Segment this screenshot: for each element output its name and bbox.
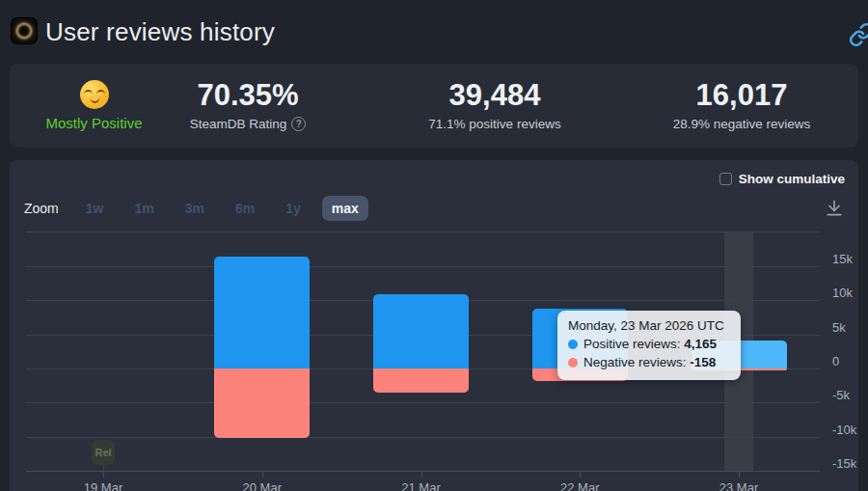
y-axis-label: 0: [832, 354, 839, 368]
page-title: User reviews history: [45, 17, 275, 47]
positive-reviews-stat: 39,484 71.1% positive reviews: [408, 64, 582, 148]
y-axis-label: 10k: [832, 286, 853, 300]
y-axis-label: 15k: [832, 252, 853, 266]
x-axis-line: [26, 471, 820, 472]
bar-positive-reviews[interactable]: [373, 294, 469, 368]
permalink-icon[interactable]: [849, 22, 868, 47]
reviews-chart-panel: Show cumulative Zoom 1w1m3m6m1ymax 15k10…: [10, 160, 858, 491]
x-axis-label: 22 Mar: [546, 480, 613, 491]
x-axis-tick: [262, 472, 263, 477]
steamdb-rating-value: 70.35%: [197, 80, 298, 112]
negative-reviews-stat: 16,017 28.9% negative reviews: [655, 64, 828, 148]
grid-line: [26, 402, 820, 403]
negative-percent-label: 28.9% negative reviews: [673, 117, 811, 131]
steamdb-rating-label: SteamDB Rating: [190, 117, 287, 131]
x-axis-label: 19 Mar: [69, 480, 137, 491]
series-dot-icon: [568, 358, 578, 368]
grid-line: [26, 266, 820, 267]
series-dot-icon: [568, 340, 578, 349]
x-axis-tick: [421, 472, 422, 477]
negative-count: 16,017: [696, 80, 788, 112]
x-axis-label: 23 Mar: [705, 480, 773, 491]
game-logo-icon[interactable]: [11, 17, 38, 44]
steamdb-rating-stat: 70.35% SteamDB Rating ?: [161, 64, 335, 148]
relieved-face-emoji: [80, 80, 109, 109]
release-marker-stem: [103, 465, 104, 471]
bar-negative-reviews[interactable]: [214, 368, 310, 438]
tooltip-row: Positive reviews: 4,165: [568, 336, 730, 354]
y-axis-label: -10k: [832, 423, 856, 437]
x-axis-tick: [103, 472, 104, 477]
y-axis-label: 5k: [832, 320, 846, 335]
positive-count: 39,484: [449, 80, 541, 112]
y-axis-label: -5k: [832, 388, 850, 402]
y-axis-label: -15k: [832, 456, 856, 471]
grid-line: [26, 437, 820, 438]
bar-negative-reviews[interactable]: [373, 368, 469, 393]
release-marker-badge[interactable]: Rel: [92, 440, 115, 465]
tooltip-date: Monday, 23 Mar 2026 UTC: [568, 317, 730, 336]
bar-positive-reviews[interactable]: [214, 257, 310, 368]
x-axis-label: 20 Mar: [229, 480, 296, 491]
rating-label: Mostly Positive: [45, 115, 142, 131]
help-icon[interactable]: ?: [291, 117, 306, 131]
rating-summary: Mostly Positive: [34, 64, 154, 148]
x-axis-tick: [580, 472, 581, 477]
review-summary-panel: Mostly Positive 70.35% SteamDB Rating ? …: [10, 64, 858, 148]
chart-tooltip: Monday, 23 Mar 2026 UTC Positive reviews…: [557, 311, 741, 380]
x-axis-tick: [739, 472, 740, 477]
tooltip-row: Negative reviews: -158: [568, 354, 730, 372]
x-axis-label: 21 Mar: [388, 480, 455, 491]
positive-percent-label: 71.1% positive reviews: [428, 117, 560, 131]
page-header: User reviews history: [0, 0, 868, 62]
grid-line: [26, 232, 820, 232]
